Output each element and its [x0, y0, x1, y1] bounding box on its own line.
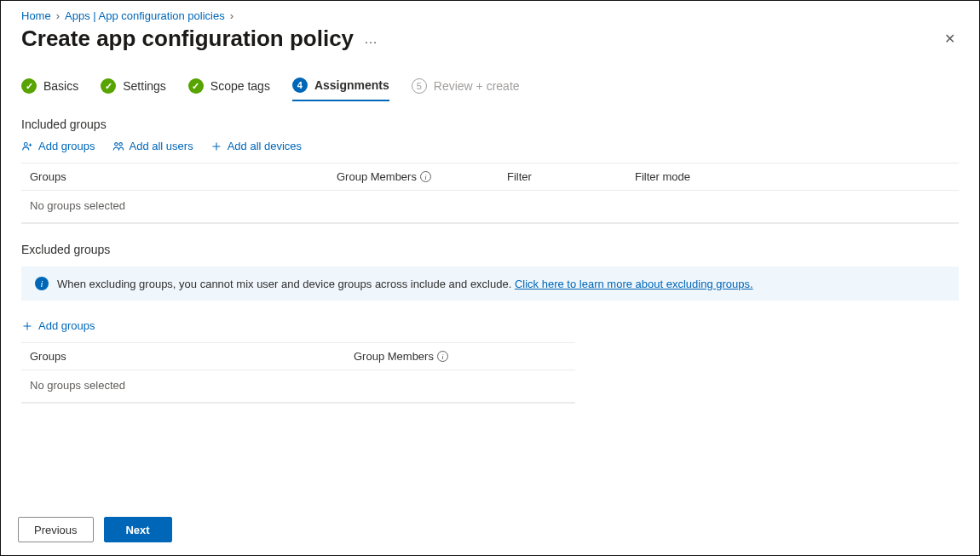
- included-groups-table: Groups Group Members i Filter Filter mod…: [21, 163, 959, 224]
- check-icon: [21, 78, 37, 94]
- svg-point-0: [24, 142, 27, 146]
- step-label: Assignments: [314, 78, 389, 92]
- table-header: Groups Group Members i Filter Filter mod…: [21, 163, 959, 191]
- chevron-right-icon: ›: [230, 9, 233, 22]
- plus-icon: [21, 320, 33, 332]
- more-actions-button[interactable]: …: [364, 32, 378, 46]
- person-plus-icon: [21, 140, 33, 152]
- wizard-footer: Previous Next: [1, 504, 979, 555]
- next-button[interactable]: Next: [104, 517, 172, 542]
- step-label: Settings: [123, 79, 166, 93]
- previous-button[interactable]: Previous: [18, 517, 94, 542]
- step-label: Scope tags: [210, 79, 270, 93]
- add-all-devices-button[interactable]: Add all devices: [210, 140, 302, 152]
- included-toolbar: Add groups Add all users Add all devices: [21, 140, 959, 152]
- column-filter-mode: Filter mode: [635, 170, 950, 183]
- step-number-icon: 5: [412, 78, 427, 94]
- step-basics[interactable]: Basics: [21, 78, 78, 100]
- add-groups-button[interactable]: Add groups: [21, 319, 95, 332]
- check-icon: [101, 78, 116, 94]
- excluded-groups-table: Groups Group Members i No groups selecte…: [21, 342, 575, 404]
- breadcrumb-apps-policies[interactable]: Apps | App configuration policies: [65, 9, 225, 22]
- chevron-right-icon: ›: [56, 9, 60, 22]
- svg-point-2: [118, 142, 122, 146]
- learn-more-link[interactable]: Click here to learn more about excluding…: [515, 278, 753, 290]
- excluded-info-banner: i When excluding groups, you cannot mix …: [21, 267, 959, 301]
- step-settings[interactable]: Settings: [101, 78, 166, 100]
- included-groups-heading: Included groups: [21, 118, 959, 131]
- breadcrumb: Home › Apps | App configuration policies…: [21, 9, 959, 22]
- excluded-toolbar: Add groups: [21, 319, 959, 332]
- column-groups: Groups: [30, 350, 354, 363]
- table-header: Groups Group Members i: [21, 342, 575, 370]
- excluded-groups-heading: Excluded groups: [21, 243, 959, 256]
- excluded-empty-row: No groups selected: [21, 370, 575, 403]
- info-icon[interactable]: i: [437, 351, 448, 362]
- add-all-users-button[interactable]: Add all users: [112, 140, 193, 152]
- step-review-create[interactable]: 5 Review + create: [412, 78, 520, 100]
- svg-point-1: [114, 142, 118, 146]
- people-icon: [112, 140, 124, 152]
- step-number-icon: 4: [292, 77, 308, 93]
- close-icon[interactable]: ✕: [941, 27, 959, 50]
- page-title: Create app configuration policy: [21, 26, 354, 52]
- breadcrumb-home[interactable]: Home: [21, 9, 51, 22]
- info-icon: i: [35, 277, 49, 290]
- included-empty-row: No groups selected: [21, 191, 959, 223]
- step-assignments[interactable]: 4 Assignments: [292, 77, 389, 101]
- column-groups: Groups: [30, 170, 337, 183]
- add-groups-button[interactable]: Add groups: [21, 140, 95, 152]
- step-label: Review + create: [434, 79, 520, 93]
- step-label: Basics: [43, 79, 78, 93]
- column-group-members: Group Members i: [354, 350, 567, 363]
- step-scope-tags[interactable]: Scope tags: [188, 78, 270, 100]
- plus-icon: [210, 140, 222, 152]
- check-icon: [188, 78, 204, 94]
- banner-text: When excluding groups, you cannot mix us…: [57, 278, 753, 290]
- column-group-members: Group Members i: [337, 170, 507, 183]
- column-filter: Filter: [507, 170, 635, 183]
- info-icon[interactable]: i: [420, 171, 431, 182]
- wizard-steps: Basics Settings Scope tags 4 Assignments…: [21, 77, 959, 102]
